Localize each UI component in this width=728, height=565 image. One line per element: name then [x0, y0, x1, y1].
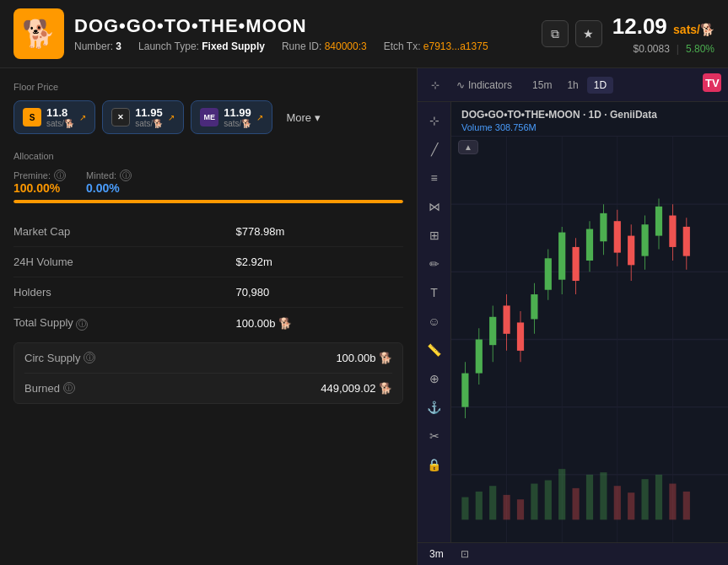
cursor-tool-button[interactable]: ⊹ — [424, 76, 446, 94]
floor-arrow-0: ↗ — [79, 113, 86, 122]
rune-id: Rune ID: 840000:3 — [282, 40, 367, 52]
floor-arrow-2: ↗ — [256, 113, 263, 122]
minted-info-icon[interactable]: ⓘ — [120, 170, 132, 181]
floor-value-0: 11.8 — [46, 106, 74, 119]
floor-unit-2: sats/🐕 — [224, 119, 251, 128]
stats-table: Market Cap $778.98m 24H Volume $2.92m Ho… — [13, 217, 403, 339]
lock-tool[interactable]: 🔒 — [423, 453, 446, 476]
svg-rect-48 — [489, 486, 496, 519]
main-layout: Floor Price S 11.8 sats/🐕 ↗ ✕ 11.95 sats… — [0, 68, 728, 565]
total-supply-value: 100.00b 🐕 — [236, 308, 403, 339]
chart-header: DOG•GO•TO•THE•MOON · 1D · GeniiData Volu… — [451, 102, 728, 137]
floor-unit-1: sats/🐕 — [135, 119, 163, 128]
chart-title: DOG•GO•TO•THE•MOON · 1D · GeniiData — [461, 109, 718, 121]
svg-rect-45 — [683, 227, 690, 256]
holders-label: Holders — [13, 277, 236, 308]
time-buttons: 15m 1h 1D — [526, 77, 613, 94]
chart-area[interactable]: ▲ — [451, 137, 728, 542]
left-panel: Floor Price S 11.8 sats/🐕 ↗ ✕ 11.95 sats… — [0, 68, 418, 565]
table-row: Market Cap $778.98m — [13, 217, 403, 247]
collapse-button[interactable]: ▲ — [458, 140, 478, 154]
copy-button[interactable]: ⧉ — [542, 20, 569, 47]
measure-tool[interactable]: ⋈ — [423, 195, 446, 218]
allocation-progress-fill — [13, 200, 403, 203]
time-btn-1d[interactable]: 1D — [587, 77, 613, 94]
svg-rect-50 — [517, 499, 524, 519]
header-meta: Number: 3 Launch Type: Fixed Supply Rune… — [74, 40, 531, 52]
svg-rect-57 — [614, 486, 621, 519]
more-button[interactable]: More ▾ — [279, 106, 327, 129]
crosshair-tool[interactable]: ⊹ — [423, 109, 446, 132]
floor-logo-2: ME — [200, 108, 218, 126]
draw-tool[interactable]: ✏ — [423, 252, 446, 276]
svg-rect-62 — [683, 492, 690, 519]
fib-tool[interactable]: ⊞ — [423, 223, 446, 247]
sats-unit: sats/🐕 — [673, 23, 715, 36]
circ-supply-info-icon[interactable]: ⓘ — [84, 352, 95, 363]
indicators-button[interactable]: ∿ Indicators — [450, 76, 519, 94]
volume-value: $2.92m — [236, 247, 403, 277]
floor-unit-0: sats/🐕 — [46, 119, 74, 128]
svg-rect-55 — [586, 475, 593, 519]
floor-price-item-0[interactable]: S 11.8 sats/🐕 ↗ — [13, 100, 95, 134]
sub-table: Circ Supply ⓘ 100.00b 🐕 Burned ⓘ 449,009… — [13, 342, 403, 404]
scissors-tool[interactable]: ✂ — [423, 424, 446, 448]
anchor-tool[interactable]: ⚓ — [423, 396, 446, 419]
avatar: 🐕 — [13, 8, 64, 59]
svg-rect-61 — [669, 484, 676, 520]
ruler-tool[interactable]: 📏 — [423, 338, 446, 362]
number-label: Number: 3 — [74, 40, 121, 52]
minted-value: 0.00% — [86, 181, 132, 195]
time-btn-15m[interactable]: 15m — [526, 77, 558, 94]
star-button[interactable]: ★ — [575, 20, 602, 47]
minted-item: Minted: ⓘ 0.00% — [86, 170, 132, 195]
svg-rect-46 — [461, 498, 468, 520]
time-btn-1h[interactable]: 1h — [560, 77, 585, 94]
chart-svg — [451, 137, 728, 542]
svg-rect-49 — [504, 495, 510, 519]
zoom-tool[interactable]: ⊕ — [423, 367, 446, 390]
emoji-tool[interactable]: ☺ — [423, 309, 446, 333]
header-info: DOG•GO•TO•THE•MOON Number: 3 Launch Type… — [74, 15, 531, 52]
header-actions: ⧉ ★ — [542, 20, 602, 47]
volume-value: 308.756M — [495, 122, 537, 132]
price-change: 5.80% — [686, 43, 715, 55]
bottom-grid-btn[interactable]: ⊡ — [456, 546, 474, 562]
premine-value: 100.00% — [13, 181, 66, 195]
price-sub: $0.0083 | 5.80% — [633, 43, 715, 55]
svg-rect-21 — [517, 322, 524, 350]
chart-main: DOG•GO•TO•THE•MOON · 1D · GeniiData Volu… — [451, 102, 728, 542]
svg-rect-53 — [558, 469, 565, 519]
circ-supply-value: 100.00b 🐕 — [336, 352, 392, 364]
rays-tool[interactable]: ≡ — [423, 166, 446, 190]
price-section: 12.09 sats/🐕 $0.0083 | 5.80% — [612, 13, 715, 55]
floor-price-item-1[interactable]: ✕ 11.95 sats/🐕 ↗ — [102, 100, 184, 134]
svg-text:TV: TV — [705, 77, 720, 89]
chart-panel: ⊹ ∿ Indicators 15m 1h 1D TV — [418, 68, 728, 565]
svg-rect-37 — [628, 236, 634, 266]
svg-rect-59 — [642, 479, 649, 519]
chart-bottom: 3m ⊡ — [418, 542, 728, 565]
launch-type: Launch Type: Fixed Supply — [138, 40, 265, 52]
floor-price-info-0: 11.8 sats/🐕 — [46, 106, 74, 128]
premine-info-icon[interactable]: ⓘ — [54, 170, 66, 181]
allocation-section: Allocation Premine: ⓘ 100.00% Minted: ⓘ … — [13, 151, 403, 203]
premine-label: Premine: ⓘ — [13, 170, 66, 181]
line-tool[interactable]: ╱ — [423, 137, 446, 161]
floor-logo-0: S — [23, 108, 41, 126]
floor-price-item-2[interactable]: ME 11.99 sats/🐕 ↗ — [191, 100, 272, 134]
floor-price-info-2: 11.99 sats/🐕 — [224, 106, 251, 128]
floor-value-2: 11.99 — [224, 106, 251, 119]
text-tool[interactable]: T — [423, 281, 446, 304]
table-row: Total Supply ⓘ 100.00b 🐕 — [13, 308, 403, 339]
svg-rect-13 — [461, 374, 468, 407]
svg-rect-43 — [669, 216, 676, 247]
table-row: 24H Volume $2.92m — [13, 247, 403, 277]
svg-rect-60 — [655, 475, 662, 519]
indicators-chart-icon: ∿ — [456, 79, 465, 91]
total-supply-info-icon[interactable]: ⓘ — [76, 319, 88, 331]
market-cap-label: Market Cap — [13, 217, 236, 247]
burned-label: Burned ⓘ — [24, 382, 75, 395]
bottom-time-3m[interactable]: 3m — [424, 546, 449, 562]
burned-info-icon[interactable]: ⓘ — [63, 382, 75, 394]
